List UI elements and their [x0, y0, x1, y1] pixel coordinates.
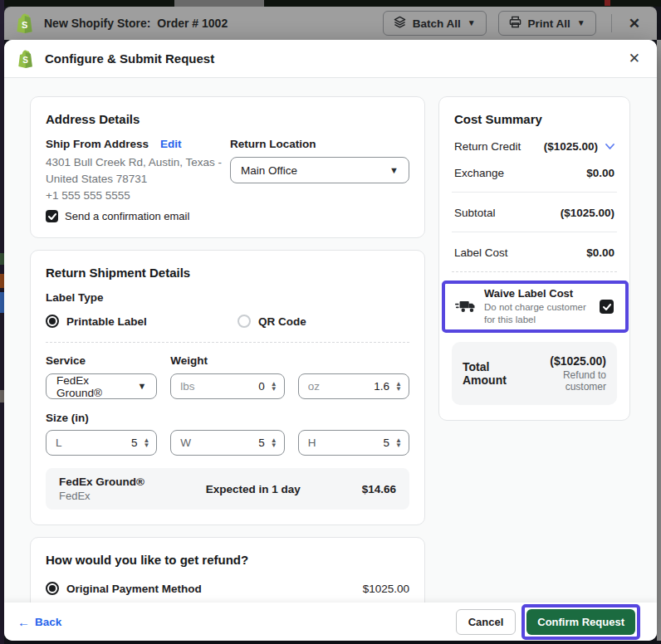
batch-all-button[interactable]: Batch All ▼	[383, 11, 487, 36]
rate-name: FedEx Ground®	[59, 476, 144, 488]
stepper-arrows-icon[interactable]: ▲▼	[271, 438, 277, 448]
weight-label: Weight	[170, 354, 284, 368]
size-label: Size (in)	[46, 412, 409, 424]
print-all-label: Print All	[528, 17, 570, 30]
shopify-logo-icon: S	[17, 50, 34, 68]
service-label: Service	[46, 354, 157, 368]
total-amount-note: Refund to customer	[528, 369, 606, 393]
waive-label-cost-section: Waive Label Cost Do not charge customer …	[452, 282, 617, 331]
lbs-unit-label: lbs	[180, 380, 194, 393]
address-details-card: Address Details Ship From Address Edit 4…	[30, 96, 425, 238]
svg-text:S: S	[22, 56, 28, 65]
height-input[interactable]: H 5 ▲▼	[298, 430, 409, 456]
l-unit-label: L	[56, 437, 62, 449]
edit-link[interactable]: Edit	[160, 138, 182, 150]
printable-label-text: Printable Label	[66, 315, 147, 328]
stepper-arrows-icon[interactable]: ▲▼	[143, 438, 149, 448]
configure-submit-modal: S Configure & Submit Request ✕ Address D…	[4, 40, 657, 641]
length-input[interactable]: L 5 ▲▼	[46, 430, 157, 456]
exchange-value: $0.00	[586, 167, 614, 179]
total-amount-box: Total Amount ($1025.00) Refund to custom…	[452, 342, 617, 405]
cost-summary-card: Cost Summary Return Credit ($1025.00) Ex…	[438, 96, 630, 421]
background-topbar: S New Shopify Store: Order # 1002 Batch …	[4, 7, 657, 40]
backdrop-top-red-dot	[605, 0, 610, 6]
chevron-down-icon[interactable]	[605, 144, 614, 149]
rate-summary-row[interactable]: FedEx Ground® FedEx Expected in 1 day $1…	[46, 468, 409, 510]
truck-icon	[455, 300, 477, 314]
caret-down-icon: ▼	[468, 19, 476, 27]
label-type-label: Label Type	[46, 291, 409, 304]
modal-body: Address Details Ship From Address Edit 4…	[4, 78, 657, 603]
refund-method-card: How would you like to get refund? Origin…	[30, 537, 425, 603]
qr-code-option[interactable]: QR Code	[237, 315, 306, 328]
return-credit-value: ($1025.00)	[544, 140, 598, 153]
order-number: Order # 1002	[157, 17, 228, 30]
dotted-divider	[452, 271, 617, 272]
backdrop-right-strip	[657, 40, 661, 641]
printable-label-option[interactable]: Printable Label	[46, 315, 237, 328]
address-line-1: 4301 Bull Creek Rd, Austin, Texas -	[46, 154, 230, 171]
subtotal-value: ($1025.00)	[561, 207, 614, 219]
address-heading: Address Details	[46, 112, 409, 126]
weight-oz-input[interactable]: oz 1.6 ▲▼	[298, 373, 409, 399]
shipment-heading: Return Shipment Details	[46, 266, 409, 280]
return-location-label: Return Location	[230, 138, 409, 150]
total-amount-value: ($1025.00)	[528, 354, 606, 368]
radio-unselected-icon[interactable]	[237, 315, 251, 328]
subtotal-label: Subtotal	[454, 207, 496, 219]
stepper-arrows-icon[interactable]: ▲▼	[271, 382, 277, 392]
backdrop-top-strip	[0, 0, 661, 7]
oz-unit-label: oz	[308, 380, 320, 393]
modal-close-icon[interactable]: ✕	[625, 50, 644, 67]
stepper-arrows-icon[interactable]: ▲▼	[395, 438, 402, 448]
divider	[452, 232, 617, 232]
modal-footer: ← Back Cancel Confirm Request	[4, 603, 657, 641]
back-link[interactable]: ← Back	[17, 616, 61, 628]
arrow-left-icon: ←	[17, 616, 30, 628]
rate-carrier: FedEx	[59, 490, 144, 502]
backdrop-top-gray-segment	[174, 0, 264, 7]
ship-from-label: Ship From Address	[46, 138, 149, 150]
service-select[interactable]: FedEx Ground® ▼	[46, 373, 157, 399]
confirmation-email-label: Send a confirmation email	[65, 210, 189, 222]
radio-selected-icon[interactable]	[46, 315, 59, 328]
stepper-arrows-icon[interactable]: ▲▼	[395, 382, 402, 392]
return-credit-row: Return Credit ($1025.00)	[452, 140, 617, 153]
service-value: FedEx Ground®	[56, 374, 137, 399]
back-label: Back	[35, 616, 61, 628]
original-payment-option[interactable]: Original Payment Method $1025.00	[46, 582, 409, 595]
w-unit-label: W	[180, 437, 191, 449]
qr-code-text: QR Code	[258, 315, 306, 328]
svg-text:S: S	[22, 20, 27, 30]
printer-icon	[509, 16, 521, 31]
print-all-button[interactable]: Print All ▼	[498, 11, 596, 36]
waive-label-checkbox[interactable]	[600, 300, 614, 314]
confirmation-email-checkbox[interactable]	[46, 210, 58, 222]
width-input[interactable]: W 5 ▲▼	[170, 430, 284, 456]
layers-icon	[394, 16, 406, 31]
return-location-select[interactable]: Main Office ▼	[230, 157, 409, 183]
refund-option-label: Original Payment Method	[66, 583, 202, 595]
section-divider	[46, 342, 409, 343]
caret-down-icon: ▼	[137, 382, 146, 391]
w-value: 5	[191, 437, 271, 449]
return-shipment-card: Return Shipment Details Label Type Print…	[30, 250, 425, 525]
weight-lbs-input[interactable]: lbs 0 ▲▼	[170, 373, 284, 399]
radio-selected-icon[interactable]	[46, 582, 59, 595]
total-amount-label: Total Amount	[463, 360, 528, 387]
store-name: New Shopify Store:	[44, 17, 150, 30]
confirm-request-button[interactable]: Confirm Request	[526, 609, 635, 635]
modal-title: Configure & Submit Request	[45, 51, 214, 66]
phone-number: +1 555 555 5555	[46, 188, 230, 204]
l-value: 5	[62, 437, 144, 449]
topbar-close-icon[interactable]: ✕	[624, 15, 645, 32]
waive-desc: Do not charge customer for this label	[484, 301, 592, 326]
waive-title: Waive Label Cost	[484, 287, 592, 300]
cancel-button[interactable]: Cancel	[456, 609, 517, 635]
topbar-title: New Shopify Store: Order # 1002	[44, 17, 228, 30]
refund-amount: $1025.00	[363, 583, 409, 595]
exchange-row: Exchange $0.00	[452, 167, 617, 179]
caret-down-icon: ▼	[389, 166, 399, 175]
modal-header: S Configure & Submit Request ✕	[4, 40, 657, 78]
rate-price: $14.66	[362, 483, 396, 495]
